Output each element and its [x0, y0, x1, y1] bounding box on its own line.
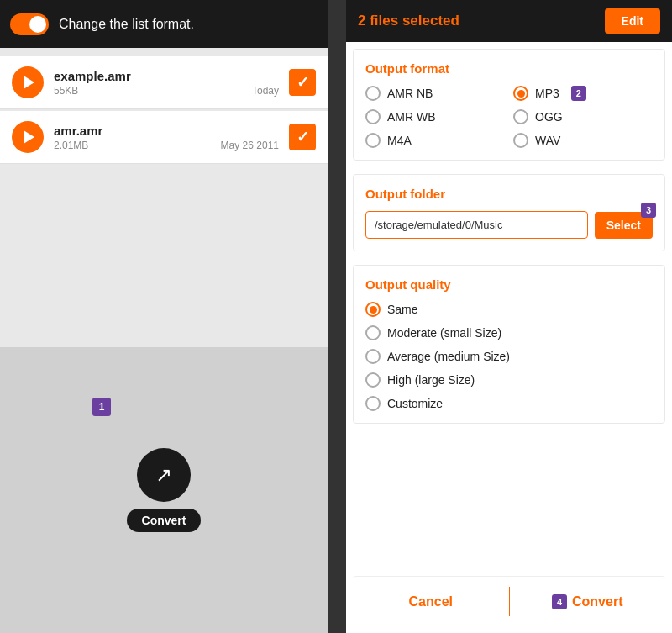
step-badge-1: 1 [92, 398, 111, 416]
convert-fab-icon: ↗ [155, 463, 172, 487]
radio-amr-nb[interactable]: AMR NB [365, 86, 505, 101]
edit-button[interactable]: Edit [605, 8, 660, 34]
radio-circle-average [365, 349, 381, 364]
left-panel: Change the list format. example.amr 55KB… [0, 0, 328, 633]
output-quality-title: Output quality [365, 277, 653, 292]
step-badge-2: 2 [571, 86, 586, 101]
quality-list: Same Moderate (small Size) Average (medi… [365, 302, 653, 411]
radio-high[interactable]: High (large Size) [365, 372, 653, 388]
output-folder-title: Output folder [365, 187, 653, 201]
play-icon-1 [24, 76, 34, 89]
file-name-1: example.amr [54, 69, 279, 83]
radio-label-same: Same [387, 303, 418, 316]
radio-circle-mp3 [513, 86, 528, 101]
folder-path-display: /storage/emulated/0/Music [365, 211, 588, 239]
file-info-2: amr.amr 2.01MB May 26 2011 [54, 124, 279, 151]
file-meta-2: 2.01MB May 26 2011 [54, 140, 279, 151]
file-size-2: 2.01MB [54, 140, 88, 151]
right-header: 2 files selected Edit [346, 0, 672, 42]
file-info-1: example.amr 55KB Today [54, 69, 279, 97]
checkbox-1[interactable]: ✓ [289, 69, 316, 96]
files-selected-text: 2 files selected [358, 13, 459, 29]
table-row[interactable]: amr.amr 2.01MB May 26 2011 ✓ [0, 111, 328, 164]
radio-circle-high [365, 372, 381, 388]
file-date-2: May 26 2011 [221, 140, 279, 151]
play-button-2[interactable] [12, 121, 44, 153]
radio-circle-customize [365, 396, 381, 411]
output-quality-card: Output quality Same Moderate (small Size… [353, 265, 665, 424]
step-badge-4: 4 [552, 594, 567, 609]
bottom-area: 1 ↗ Convert [0, 347, 328, 633]
radio-same[interactable]: Same [365, 302, 653, 317]
radio-label-m4a: M4A [387, 134, 412, 147]
radio-moderate[interactable]: Moderate (small Size) [365, 325, 653, 340]
radio-average[interactable]: Average (medium Size) [365, 349, 653, 364]
radio-label-mp3: MP3 [535, 87, 559, 100]
radio-circle-same [365, 302, 381, 317]
top-bar-title: Change the list format. [59, 17, 194, 32]
radio-amr-wb[interactable]: AMR WB [365, 109, 505, 124]
radio-label-amr-wb: AMR WB [387, 110, 436, 124]
radio-circle-m4a [365, 133, 381, 148]
radio-circle-ogg [513, 109, 528, 124]
file-size-1: 55KB [54, 85, 78, 97]
radio-label-high: High (large Size) [387, 373, 475, 387]
radio-circle-amr-wb [365, 109, 381, 124]
convert-fab-button[interactable]: ↗ [137, 448, 191, 502]
checkbox-2[interactable]: ✓ [289, 124, 316, 150]
play-icon-2 [24, 130, 34, 144]
radio-ogg[interactable]: OGG [513, 109, 653, 124]
bottom-bar: Cancel 4 Convert [353, 576, 665, 626]
checkmark-1: ✓ [297, 73, 309, 92]
radio-mp3[interactable]: MP3 2 [513, 86, 653, 101]
file-meta-1: 55KB Today [54, 85, 279, 97]
convert-button[interactable]: 4 Convert [510, 577, 666, 626]
toggle-switch[interactable] [10, 13, 49, 35]
table-row[interactable]: example.amr 55KB Today ✓ [0, 56, 328, 109]
right-content: 2 files selected Edit Output format AMR … [346, 0, 672, 633]
radio-label-amr-nb: AMR NB [387, 87, 433, 100]
radio-customize[interactable]: Customize [365, 396, 653, 411]
radio-circle-wav [513, 133, 528, 148]
radio-label-customize: Customize [387, 397, 443, 410]
radio-label-ogg: OGG [535, 110, 563, 124]
radio-circle-amr-nb [365, 86, 381, 101]
radio-wav[interactable]: WAV [513, 133, 653, 148]
radio-label-moderate: Moderate (small Size) [387, 326, 501, 340]
right-scrollable: Output format AMR NB MP3 2 AMR WB [346, 42, 672, 576]
radio-circle-moderate [365, 325, 381, 340]
file-date-1: Today [252, 85, 279, 97]
play-button-1[interactable] [12, 66, 44, 98]
output-folder-card: Output folder /storage/emulated/0/Music … [353, 174, 665, 251]
radio-m4a[interactable]: M4A [365, 133, 505, 148]
radio-label-average: Average (medium Size) [387, 350, 510, 363]
convert-label[interactable]: Convert [127, 509, 202, 532]
output-format-title: Output format [365, 61, 653, 76]
file-list: example.amr 55KB Today ✓ amr.amr 2.01MB … [0, 48, 328, 347]
output-format-card: Output format AMR NB MP3 2 AMR WB [353, 49, 665, 161]
file-name-2: amr.amr [54, 124, 279, 138]
top-bar: Change the list format. [0, 0, 328, 48]
right-panel: 2 files selected Edit Output format AMR … [328, 0, 672, 633]
radio-label-wav: WAV [535, 134, 560, 147]
cancel-button[interactable]: Cancel [353, 577, 509, 626]
step-badge-3: 3 [641, 203, 656, 218]
convert-button-label: Convert [572, 594, 622, 609]
folder-input-row: /storage/emulated/0/Music Select 3 [365, 211, 653, 239]
checkmark-2: ✓ [297, 128, 309, 146]
output-format-options: AMR NB MP3 2 AMR WB OGG [365, 86, 653, 148]
